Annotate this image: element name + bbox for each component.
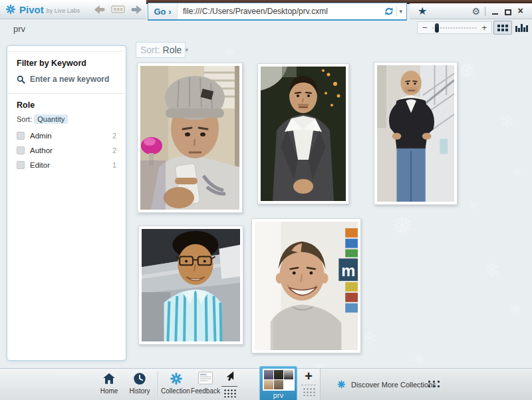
close-icon: ×	[517, 6, 523, 16]
option-label: Admin	[30, 132, 112, 140]
snowflake-decoration: ❅	[469, 200, 478, 212]
filmstrip-icon[interactable]	[111, 5, 125, 13]
collection-thumbnail-collage	[263, 369, 295, 391]
zoom-in-button[interactable]: +	[481, 23, 487, 32]
home-icon	[96, 371, 122, 386]
panel-top-divider	[8, 51, 125, 52]
collection-thumbnail	[264, 370, 273, 379]
address-bar: Go › file:///C:/Users/Praveen/Desktop/pr…	[148, 3, 407, 21]
photo-item-3[interactable]	[374, 62, 458, 205]
histogram-view-button[interactable]	[513, 21, 530, 35]
minimize-icon	[492, 13, 498, 15]
collection-thumbnail	[274, 380, 283, 389]
checkbox-author[interactable]	[17, 146, 25, 154]
forward-button[interactable]	[128, 5, 142, 15]
grid-dot	[505, 25, 508, 27]
facet-option-author[interactable]: Author 2	[17, 143, 119, 158]
hist-bar	[518, 28, 520, 32]
snowflake-decoration: ❄	[484, 258, 501, 282]
collection-thumbnail	[264, 380, 273, 389]
filter-panel: Filter by Keyword Role Sort:Quantity Adm…	[7, 45, 126, 361]
photo-item-4[interactable]	[138, 226, 243, 345]
facet-divider	[8, 93, 125, 94]
facet-sort-value[interactable]: Quantity	[34, 114, 68, 124]
photo-item-5[interactable]: m	[251, 218, 361, 353]
feedback-button[interactable]: Feedback	[191, 371, 220, 395]
grid-dots-icon[interactable]	[223, 389, 236, 397]
collection-snowflake-icon	[160, 371, 192, 386]
selection-tools	[221, 371, 238, 397]
favorites-star-icon[interactable]: ★	[418, 6, 427, 17]
address-divider	[396, 6, 397, 17]
zoom-out-button[interactable]: −	[422, 23, 428, 32]
photo-item-2[interactable]	[257, 63, 349, 204]
go-button[interactable]: Go ›	[148, 3, 178, 19]
grid-dot	[497, 25, 500, 27]
checkbox-editor[interactable]	[17, 161, 25, 169]
app-title: Pivot	[19, 4, 44, 15]
zoom-slider-handle[interactable]	[435, 23, 439, 33]
sort-dropdown[interactable]: Sort: Role ▾	[136, 42, 186, 58]
hist-bar	[526, 25, 528, 32]
chevron-down-icon: ▾	[185, 47, 188, 53]
zoom-slider-control: − +	[417, 21, 492, 34]
option-count: 2	[112, 132, 116, 140]
checkbox-admin[interactable]	[17, 132, 25, 140]
hist-bar	[521, 24, 523, 32]
svg-text:m: m	[341, 262, 355, 280]
discover-more-collections-link[interactable]: Discover More Collections	[351, 381, 436, 389]
discover-snowflake-icon	[337, 380, 346, 389]
home-button[interactable]: Home	[96, 371, 122, 395]
option-label: Author	[30, 146, 112, 154]
collection-label: Collection Gallery	[161, 387, 192, 395]
home-label: Home	[96, 387, 122, 395]
refresh-icon[interactable]	[384, 6, 394, 17]
settings-gear-icon[interactable]: ⚙	[471, 7, 480, 16]
add-collection-button[interactable]: +	[299, 369, 318, 396]
snowflake-decoration: ❄	[362, 327, 377, 349]
back-button[interactable]	[94, 5, 108, 15]
bottom-toolbar: Home History Collection Gallery Feedback	[0, 368, 532, 400]
url-field[interactable]: file:///C:/Users/Praveen/Desktop/prv.cxm…	[178, 7, 384, 16]
cursor-arrow-icon[interactable]	[224, 371, 235, 382]
grid-view-button[interactable]	[493, 21, 512, 35]
facet-role-title: Role	[17, 100, 116, 110]
collection-breadcrumb: prv	[13, 24, 25, 34]
maximize-icon	[505, 9, 511, 15]
keyword-input[interactable]	[30, 75, 116, 84]
address-dropdown-caret-icon[interactable]: ▾	[399, 8, 402, 15]
collection-thumbnail	[274, 370, 283, 379]
facet-option-editor[interactable]: Editor 1	[17, 158, 119, 172]
zoom-slider-track[interactable]	[432, 27, 477, 29]
history-clock-icon	[126, 371, 153, 386]
grid-dot	[501, 29, 504, 31]
snowflake-decoration: ❅	[509, 301, 521, 318]
option-count: 2	[112, 146, 116, 154]
facet-option-admin[interactable]: Admin 2	[17, 128, 119, 143]
collection-gallery-button[interactable]: Collection Gallery	[160, 371, 192, 395]
collection-tab-prv[interactable]: prv	[259, 366, 297, 400]
minimize-button[interactable]	[490, 6, 500, 17]
close-button[interactable]: ×	[515, 6, 525, 17]
feedback-label: Feedback	[191, 387, 220, 395]
hist-bar	[523, 27, 525, 32]
plus-divider	[301, 385, 316, 385]
bottombar-separator	[158, 371, 158, 396]
feedback-form-icon	[191, 371, 220, 386]
titlebar-controls: ★ ⚙ ×	[410, 3, 532, 19]
collection-thumbnail	[284, 370, 293, 379]
maximize-button[interactable]	[503, 6, 513, 17]
grid-dot	[501, 25, 504, 27]
history-button[interactable]: History	[126, 371, 153, 395]
grid-dot	[497, 29, 500, 31]
collections-grid-icon[interactable]	[427, 379, 440, 389]
pointer-underline	[221, 386, 237, 387]
photo-item-1[interactable]	[137, 63, 243, 213]
snowflake-decoration: ❅	[458, 57, 477, 84]
pivot-window: ❅❄❅❄❅❄❅❄❅❄❅❄ Pivot by Live Labs Go › fil…	[0, 0, 532, 400]
discover-panel: Discover More Collections	[320, 369, 532, 400]
option-count: 1	[112, 161, 116, 169]
hist-bar	[515, 26, 517, 32]
filter-panel-title: Filter by Keyword	[17, 59, 116, 68]
titlebar-separator	[485, 7, 485, 16]
